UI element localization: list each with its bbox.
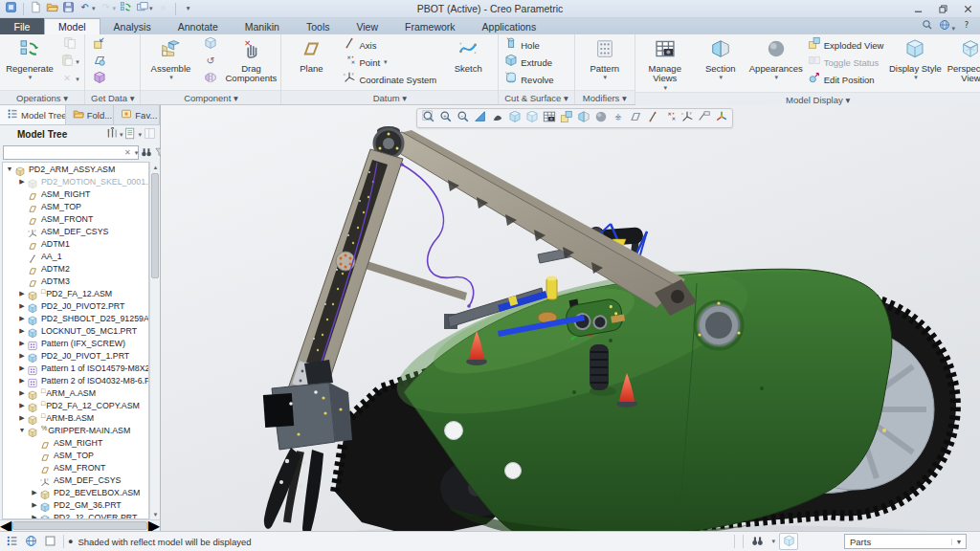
- settings-tools-button[interactable]: ▾: [106, 126, 123, 143]
- find-button[interactable]: [747, 533, 767, 550]
- tree-item[interactable]: ▶PD2_MOTION_SKEL_0001.ASM: [3, 175, 148, 187]
- fullscreen-toggle-button[interactable]: [40, 533, 59, 550]
- tree-item[interactable]: ▶LOCKNUT_05_MC1.PRT: [3, 324, 148, 337]
- tab-annotate[interactable]: Annotate: [165, 18, 232, 34]
- annotation-display-button[interactable]: [696, 110, 712, 126]
- undo-button[interactable]: ↶▾: [78, 1, 97, 16]
- expander-closed-icon[interactable]: ▶: [17, 414, 27, 422]
- tree-item[interactable]: xyASM_DEF_CSYS: [3, 474, 148, 486]
- refit-button[interactable]: [420, 110, 436, 126]
- ribbon-group-label[interactable]: Component ▾: [141, 90, 280, 104]
- tree-vertical-scrollbar[interactable]: ▲ ▼: [149, 162, 160, 519]
- restore-button[interactable]: [930, 0, 955, 17]
- close-window-button[interactable]: ✕: [156, 1, 170, 16]
- section-small-button[interactable]: [575, 110, 591, 126]
- tree-item[interactable]: ▼%GRIPPER-MAIN.ASM: [3, 424, 148, 436]
- display-style-button[interactable]: Display Style▾: [888, 36, 942, 81]
- saved-views-button[interactable]: [523, 110, 540, 126]
- tree-item[interactable]: ▶□PD2_FA_12_COPY.ASM: [3, 399, 148, 411]
- show-list-button[interactable]: ▾: [124, 126, 142, 143]
- tree-item[interactable]: ASM_FRONT: [3, 212, 148, 225]
- tree-item[interactable]: ▶Pattern (IFX_SCREW): [3, 337, 148, 349]
- tree-item[interactable]: ASM_TOP: [3, 449, 148, 461]
- perspective-view-button[interactable]: Perspective View: [944, 36, 980, 84]
- expander-closed-icon[interactable]: ▶: [30, 514, 39, 520]
- plane-button[interactable]: Plane: [284, 36, 338, 74]
- expander-closed-icon[interactable]: ▶: [17, 178, 27, 186]
- ribbon-group-label[interactable]: Cut & Surface ▾: [499, 90, 574, 104]
- app-button[interactable]: [4, 1, 18, 16]
- tree-item[interactable]: ▶□ARM_A.ASM: [3, 386, 148, 399]
- tab-view[interactable]: View: [343, 18, 391, 34]
- expander-open-icon[interactable]: ▼: [5, 165, 14, 172]
- tab-applications[interactable]: Applications: [469, 18, 550, 34]
- redo-button[interactable]: ↷▾: [99, 1, 118, 16]
- copy-button[interactable]: [58, 36, 81, 54]
- panel-tab-fav[interactable]: Fav...: [114, 105, 160, 124]
- delete-button[interactable]: ✕▾: [58, 71, 81, 88]
- expander-closed-icon[interactable]: ▶: [17, 340, 27, 347]
- regenerate-button[interactable]: Regenerate▾: [3, 36, 56, 81]
- view-images-button[interactable]: [541, 110, 557, 126]
- tree-item[interactable]: ▶PD2_J0_PIVOT_1.PRT: [3, 349, 148, 362]
- edit-position-button[interactable]: Edit Position: [805, 71, 887, 88]
- ribbon-group-label[interactable]: Modifiers ▾: [575, 90, 635, 104]
- open-button[interactable]: [45, 1, 59, 16]
- tree-item[interactable]: ▶PD2_BEVELBOX.ASM: [3, 486, 148, 498]
- csys-display-button[interactable]: xy: [679, 110, 695, 126]
- extrude-button[interactable]: Extrude: [501, 54, 556, 71]
- tree-item[interactable]: ▶□PD2_FA_12.ASM: [3, 287, 148, 299]
- section-button[interactable]: Section▾: [694, 36, 747, 81]
- minimize-button[interactable]: [905, 0, 930, 17]
- clear-search-icon[interactable]: ✕: [122, 148, 134, 157]
- drag-components-button[interactable]: ✕Drag Components: [224, 36, 278, 84]
- revolve-button[interactable]: Revolve: [501, 71, 556, 88]
- datum-filters-button[interactable]: ⁜: [610, 110, 626, 126]
- tab-tools[interactable]: Tools: [293, 18, 344, 34]
- expander-closed-icon[interactable]: ▶: [17, 327, 27, 335]
- tree-item[interactable]: ▶PD2_SHBOLT_D25_91259A108.P: [3, 312, 148, 324]
- graphics-area[interactable]: +-⁜✕✕xy: [161, 105, 980, 531]
- tree-item[interactable]: ADTM1: [3, 237, 148, 250]
- tree-item[interactable]: ADTM2: [3, 262, 148, 275]
- tree-item[interactable]: ▼PD2_ARM_ASSY.ASM: [3, 163, 148, 175]
- robot-model[interactable]: [161, 105, 980, 531]
- tab-model[interactable]: Model: [44, 18, 100, 34]
- chevron-down-icon[interactable]: ▼: [951, 539, 966, 545]
- new-file-button[interactable]: [29, 1, 43, 16]
- expander-closed-icon[interactable]: ▶: [17, 389, 27, 397]
- customize-caret-button[interactable]: ▾: [181, 1, 195, 16]
- exploded-small-button[interactable]: [558, 110, 574, 126]
- scroll-up-icon[interactable]: ▲: [150, 162, 161, 172]
- toggle-status-button[interactable]: Toggle Status: [805, 54, 887, 71]
- csys-button[interactable]: xyCoordinate System: [340, 71, 439, 88]
- appearances-button[interactable]: Appearances▾: [749, 36, 803, 81]
- expander-closed-icon[interactable]: ▶: [17, 290, 27, 298]
- expander-closed-icon[interactable]: ▶: [17, 402, 27, 409]
- tree-item[interactable]: ASM_RIGHT: [3, 436, 148, 449]
- regenerate-small-button[interactable]: [119, 1, 133, 16]
- exploded-view-button[interactable]: Exploded View: [805, 36, 887, 54]
- plane-display-button[interactable]: [627, 110, 643, 126]
- find-button[interactable]: [141, 144, 152, 162]
- expander-closed-icon[interactable]: ▶: [17, 377, 27, 385]
- assemble-button[interactable]: Assemble▾: [144, 36, 197, 81]
- model-tree-toggle-button[interactable]: [2, 533, 21, 550]
- sketch-button[interactable]: Sketch: [441, 36, 495, 74]
- tree-columns-button[interactable]: [144, 126, 156, 143]
- expander-closed-icon[interactable]: ▶: [17, 352, 27, 360]
- zoom-out-button[interactable]: -: [455, 110, 471, 126]
- tab-framework[interactable]: Framework: [391, 18, 469, 34]
- tab-analysis[interactable]: Analysis: [100, 18, 165, 34]
- windows-button[interactable]: ▾: [135, 1, 154, 16]
- spin-center-button[interactable]: [713, 110, 729, 126]
- tree-item[interactable]: ASM_RIGHT: [3, 187, 148, 200]
- manage-views-button[interactable]: Manage Views▾: [638, 36, 692, 92]
- tree-item[interactable]: ▶PD2_J0_PIVOT2.PRT: [3, 299, 148, 312]
- filter-selector[interactable]: Parts ▼: [844, 534, 967, 549]
- zoom-in-button[interactable]: +: [437, 110, 454, 126]
- mirror-component-button[interactable]: [199, 71, 222, 88]
- expander-open-icon[interactable]: ▼: [17, 427, 27, 433]
- ribbon-group-label[interactable]: Operations ▾: [0, 90, 84, 104]
- import-button[interactable]: [88, 36, 111, 54]
